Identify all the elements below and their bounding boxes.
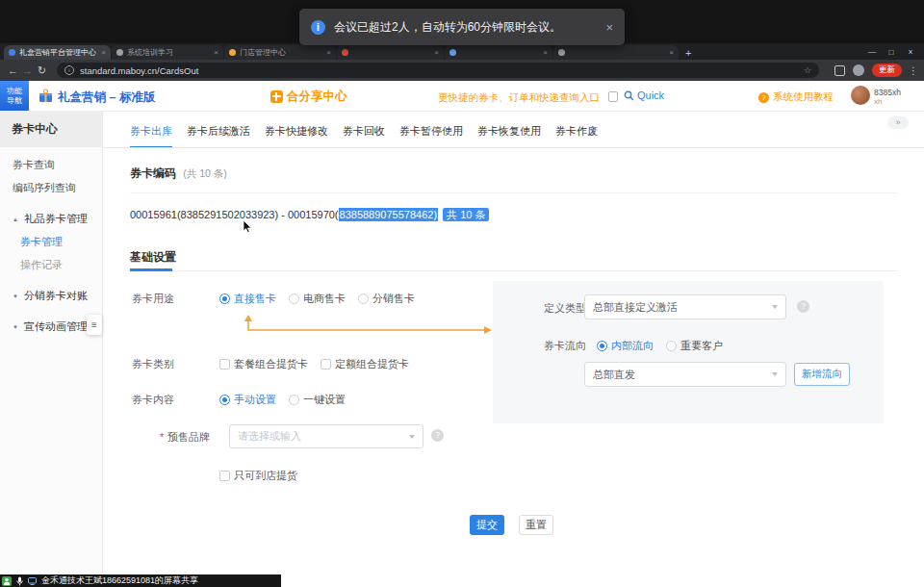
microphone-icon[interactable] [16, 576, 23, 586]
chevron-down-icon [409, 435, 415, 439]
sidebar-item-label: 券卡查询 [13, 159, 55, 170]
bookmark-star-icon[interactable]: ☆ [804, 65, 811, 75]
field-label-define-type: 定义类型 [544, 301, 586, 315]
sidebar-group-gift-card-management[interactable]: ▲ 礼品券卡管理 [0, 207, 102, 230]
browser-profile-avatar[interactable] [853, 64, 864, 76]
browser-toolbar: ← → ↻ i standard.maboy.cn/CardsOut ☆ 更新 … [0, 60, 924, 81]
code-text-selected: 8385889075578462) [339, 208, 439, 221]
select-value: 总部直发 [593, 368, 635, 382]
new-tab-button[interactable]: + [685, 47, 691, 59]
function-nav-badge[interactable]: 功能 导航 [0, 81, 29, 111]
define-type-select[interactable]: 总部直接定义激活 [584, 294, 786, 319]
radio-label: 直接售卡 [234, 292, 276, 306]
browser-tab-5[interactable]: × [445, 45, 552, 60]
browser-tab-strip: 礼盒营销平台管理中心 × 系统培训学习 × 门店管理中心 × × × × [0, 43, 924, 60]
sidebar-item-card-query[interactable]: 券卡查询 [0, 153, 102, 176]
radio-manual-setup[interactable]: 手动设置 [219, 393, 276, 407]
tab-card-suspend[interactable]: 券卡暂停使用 [399, 124, 463, 148]
checkbox-package-combo-card[interactable]: 套餐组合提货卡 [219, 357, 308, 371]
triangle-up-icon: ▲ [13, 217, 18, 222]
radio-one-click-setup[interactable]: 一键设置 [289, 393, 346, 407]
share-center-link[interactable]: 合分享中心 [270, 89, 347, 105]
panel-collapse-button[interactable]: » [887, 116, 909, 129]
radio-label: 分销售卡 [372, 292, 415, 306]
browser-menu-icon[interactable]: ⋮ [909, 65, 918, 76]
window-minimize-button[interactable]: — [862, 47, 882, 57]
field-label-flow: 券卡流向 [544, 339, 586, 352]
gift-logo-icon [38, 89, 53, 103]
user-avatar[interactable] [851, 86, 870, 105]
submit-button[interactable]: 提交 [470, 515, 504, 535]
window-maximize-button[interactable]: □ [882, 47, 901, 57]
sidebar-collapse-handle[interactable]: ≡ [87, 315, 102, 335]
chrome-update-button[interactable]: 更新 [872, 64, 902, 77]
add-flow-button[interactable]: 新增流向 [794, 363, 850, 386]
radio-label: 内部流向 [611, 339, 654, 353]
checkbox-label: 只可到店提货 [234, 469, 297, 483]
tab-card-recycle[interactable]: 券卡回收 [343, 124, 385, 148]
presale-brand-select[interactable]: 请选择或输入 [229, 424, 424, 448]
tab-card-void[interactable]: 券卡作废 [555, 124, 598, 148]
radio-direct-sale[interactable]: 直接售卡 [219, 292, 276, 306]
radio-ecommerce-sale[interactable]: 电商售卡 [289, 292, 346, 306]
help-icon[interactable]: ? [431, 429, 444, 442]
browser-back-button[interactable]: ← [6, 64, 20, 76]
browser-tab-4[interactable]: × [337, 45, 444, 60]
sidebar-item-code-sequence-query[interactable]: 编码序列查询 [0, 176, 102, 199]
field-label-brand: 预售品牌 [167, 430, 210, 444]
sidebar-item-operation-log[interactable]: 操作记录 [0, 253, 102, 276]
screen-share-icon [28, 577, 37, 585]
radio-label: 手动设置 [234, 393, 276, 407]
radio-important-customer[interactable]: 重要客户 [666, 339, 723, 353]
sidebar-group-distribution-reconcile[interactable]: ▼ 分销券卡对账 [0, 284, 102, 307]
divider [130, 270, 897, 271]
tab-close-icon[interactable]: × [665, 48, 674, 57]
extensions-icon[interactable] [834, 65, 845, 76]
content-options: 手动设置 一键设置 [219, 393, 346, 406]
share-bar-text: 金禾通技术王斌18662591081的屏幕共享 [41, 574, 198, 587]
window-close-button[interactable]: × [901, 47, 920, 57]
browser-tab-training[interactable]: 系统培训学习 × [112, 45, 223, 60]
sidebar-item-card-management[interactable]: 券卡管理 [0, 230, 102, 253]
quick-search-button[interactable]: Quick [624, 89, 664, 101]
tab-close-icon[interactable]: × [210, 48, 218, 57]
card-codes-title: 券卡编码 (共 10 条) [130, 166, 227, 182]
tab-close-icon[interactable]: × [539, 48, 548, 57]
browser-tab-store-admin[interactable]: 门店管理中心 × [224, 45, 336, 60]
checkbox-fixed-amount-combo-card[interactable]: 定额组合提货卡 [321, 357, 409, 371]
tutorial-link[interactable]: ? 系统使用教程 [758, 90, 834, 104]
browser-tab-6[interactable]: × [553, 45, 679, 60]
tab-card-followup-activate[interactable]: 券卡后续激活 [187, 124, 250, 148]
sidebar-item-label: 券卡管理 [20, 236, 63, 247]
browser-reload-button[interactable]: ↻ [35, 64, 49, 77]
divider [130, 192, 897, 193]
tab-close-icon[interactable]: × [97, 48, 106, 57]
help-icon[interactable]: ? [797, 300, 809, 313]
codes-count: (共 10 条) [183, 167, 227, 179]
browser-tab-gift-admin[interactable]: 礼盒营销平台管理中心 × [4, 45, 111, 60]
field-label-content: 券卡内容 [132, 393, 174, 406]
select-value: 总部直接定义激活 [593, 300, 678, 315]
toast-close-icon[interactable]: × [605, 20, 613, 35]
flow-select[interactable]: 总部直发 [584, 362, 786, 387]
site-info-icon[interactable]: i [64, 65, 74, 75]
required-asterisk: * [160, 430, 164, 444]
tab-card-resume[interactable]: 券卡恢复使用 [477, 124, 541, 148]
radio-internal-flow[interactable]: 内部流向 [597, 339, 654, 353]
reset-button[interactable]: 重置 [519, 515, 553, 535]
checkbox-store-pickup-only[interactable]: 只可到店提货 [219, 469, 297, 483]
chevron-down-icon [772, 305, 778, 309]
radio-distribution-sale[interactable]: 分销售卡 [358, 292, 415, 306]
basic-settings-title: 基础设置 [130, 249, 176, 266]
tab-card-quick-edit[interactable]: 券卡快捷修改 [265, 124, 328, 148]
share-center-label: 合分享中心 [287, 89, 347, 105]
content-tabs: 券卡出库 券卡后续激活 券卡快捷修改 券卡回收 券卡暂停使用 券卡恢复使用 券卡… [130, 124, 598, 148]
address-bar[interactable]: i standard.maboy.cn/CardsOut ☆ [57, 63, 819, 78]
browser-forward-button[interactable]: → [20, 64, 35, 76]
tab-card-outbound[interactable]: 券卡出库 [130, 124, 172, 148]
tab-close-icon[interactable]: × [430, 48, 439, 57]
field-label-category: 券卡类别 [132, 357, 174, 370]
tab-close-icon[interactable]: × [322, 48, 331, 57]
app-logo-text: 礼盒营销 – 标准版 [58, 89, 155, 106]
sidebar-group-label: 宣传动画管理 [24, 320, 88, 332]
